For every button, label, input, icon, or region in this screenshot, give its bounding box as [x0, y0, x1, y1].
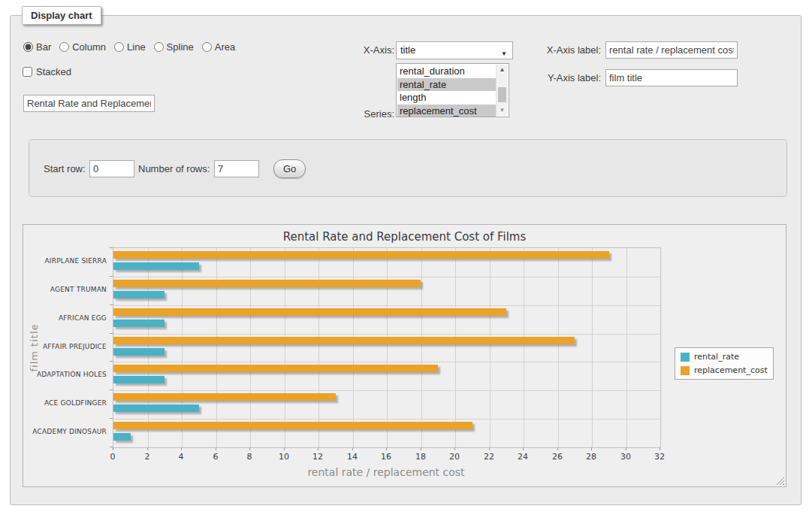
x-tick-label: 14 [339, 452, 366, 462]
chart-x-axis-label: rental rate / replacement cost [113, 466, 660, 478]
x-axis-label-caption: X-Axis label: [492, 44, 601, 56]
bar-replacement_cost-ace-goldfinger [113, 393, 336, 401]
chart-plot-area [113, 247, 661, 448]
resize-grip-icon[interactable] [776, 477, 784, 485]
x-tick-label: 4 [168, 452, 195, 462]
legend-swatch-icon [681, 366, 690, 375]
radio-label: Spline [167, 41, 194, 53]
series-option-replacement_cost[interactable]: replacement_cost [397, 105, 496, 118]
x-tick-mark [421, 447, 421, 450]
bar-replacement_cost-airplane-sierra [113, 251, 609, 259]
gridline [113, 334, 660, 335]
x-tick-mark [386, 447, 387, 450]
radio-area[interactable] [202, 42, 212, 52]
chart-legend: rental_ratereplacement_cost [675, 347, 774, 380]
x-tick-mark [318, 447, 318, 450]
gridline [353, 248, 354, 447]
go-button[interactable]: Go [273, 159, 306, 178]
gridline [250, 248, 251, 447]
series-option-length[interactable]: length [397, 91, 496, 105]
y-category-label: ACE GOLDFINGER [23, 399, 107, 407]
gridline [558, 248, 559, 447]
x-tick-label: 20 [441, 452, 468, 462]
x-tick-label: 22 [475, 452, 503, 462]
x-tick-label: 30 [612, 452, 639, 462]
x-tick-mark [454, 447, 455, 450]
legend-swatch-icon [681, 353, 690, 362]
scrollbar-thumb[interactable] [498, 87, 506, 102]
chart-title: Rental Rate and Replacement Cost of Film… [23, 230, 786, 244]
y-tick-mark [110, 418, 113, 419]
chart-type-option-line[interactable]: Line [114, 41, 146, 53]
stacked-checkbox[interactable] [23, 67, 32, 77]
radio-bar[interactable] [23, 42, 33, 52]
x-tick-label: 26 [544, 452, 571, 462]
chart-type-radiogroup: BarColumnLineSplineArea [23, 41, 243, 53]
bar-rental_rate-affair-prejudice [113, 348, 165, 356]
x-axis-label-input[interactable] [605, 41, 738, 59]
x-tick-mark [489, 447, 490, 450]
gridline [524, 248, 524, 447]
gridline [182, 248, 183, 447]
x-tick-label: 0 [99, 452, 126, 462]
x-tick-label: 12 [304, 452, 331, 462]
y-tick-mark [110, 276, 113, 277]
bar-replacement_cost-african-egg [113, 308, 506, 316]
chart-type-option-spline[interactable]: Spline [154, 41, 194, 53]
stacked-option[interactable]: Stacked [23, 66, 71, 77]
x-tick-label: 2 [134, 452, 161, 462]
x-axis-label: X-Axis: [300, 44, 394, 56]
number-of-rows-input[interactable] [214, 160, 259, 177]
x-tick-mark [352, 447, 353, 450]
row-controls-box: Start row: Number of rows: Go [29, 139, 787, 197]
y-axis-label-input[interactable] [605, 69, 738, 86]
series-label: Series: [300, 108, 394, 120]
gridline [113, 390, 660, 391]
radio-line[interactable] [114, 42, 124, 52]
x-tick-mark [284, 447, 285, 450]
chart-title-input[interactable] [23, 95, 155, 112]
y-category-label: ACADEMY DINOSAUR [23, 428, 107, 435]
start-row-input[interactable] [89, 160, 134, 177]
y-tick-mark [110, 247, 113, 248]
chart-type-option-bar[interactable]: Bar [23, 41, 51, 53]
bar-rental_rate-african-egg [113, 320, 165, 327]
y-axis-label-caption: Y-Axis label: [492, 72, 601, 83]
bar-replacement_cost-affair-prejudice [113, 337, 575, 344]
gridline [421, 248, 422, 447]
x-tick-mark [147, 447, 148, 450]
x-tick-label: 6 [202, 452, 229, 462]
x-tick-label: 32 [646, 452, 673, 462]
gridline [626, 248, 627, 447]
series-option-rental_rate[interactable]: rental_rate [397, 78, 496, 92]
x-tick-mark [113, 447, 113, 450]
x-tick-label: 16 [373, 452, 400, 462]
x-tick-mark [249, 447, 250, 450]
series-listbox-options: rental_durationrental_ratelengthreplacem… [397, 65, 496, 117]
radio-label: Bar [36, 41, 51, 53]
radio-column[interactable] [59, 42, 69, 52]
radio-spline[interactable] [154, 42, 164, 52]
radio-label: Area [215, 41, 235, 53]
bar-replacement_cost-academy-dinosaur [113, 422, 472, 429]
gridline [592, 248, 593, 447]
number-of-rows-label: Number of rows: [138, 163, 210, 174]
legend-entry-replacement_cost: replacement_cost [681, 365, 768, 375]
chart-type-option-column[interactable]: Column [59, 41, 106, 53]
scroll-down-icon[interactable]: ▼ [497, 106, 508, 115]
x-axis-selected-value: title [400, 44, 415, 56]
bar-rental_rate-ace-goldfinger [113, 404, 199, 412]
legend-label: rental_rate [694, 352, 739, 362]
series-option-rental_duration[interactable]: rental_duration [397, 65, 496, 78]
bar-replacement_cost-adaptation-holes [113, 365, 438, 372]
page: Display chart BarColumnLineSplineArea St… [0, 0, 812, 512]
y-category-label: AIRPLANE SIERRA [23, 257, 107, 265]
gridline [490, 248, 491, 447]
bar-rental_rate-airplane-sierra [113, 262, 199, 270]
radio-label: Line [127, 41, 146, 53]
chart-type-option-area[interactable]: Area [202, 41, 235, 53]
series-listbox[interactable]: rental_durationrental_ratelengthreplacem… [396, 63, 509, 117]
gridline [216, 248, 217, 447]
bar-rental_rate-academy-dinosaur [113, 433, 131, 441]
gridline [113, 362, 660, 362]
